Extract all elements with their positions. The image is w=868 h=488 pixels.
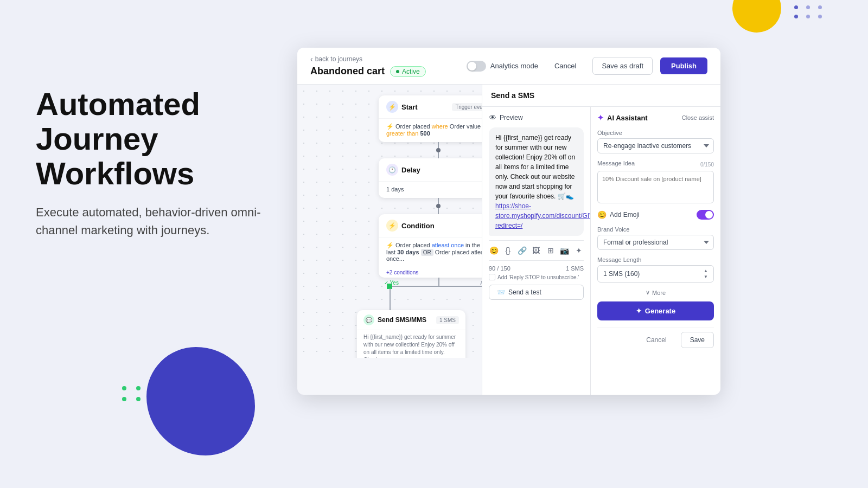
analytics-mode-toggle[interactable]: Analytics mode (467, 61, 538, 72)
hero-title: Automated Journey Workflows (36, 87, 269, 190)
generate-button[interactable]: ✦ Generate (597, 301, 714, 320)
more-toolbar-icon[interactable]: ✦ (574, 244, 584, 257)
bg-decoration-circle (732, 0, 781, 33)
bg-green-dot (136, 397, 141, 401)
connector-1 (373, 142, 482, 158)
link-toolbar-icon[interactable]: 🔗 (517, 244, 527, 257)
emoji-toolbar-icon[interactable]: 😊 (489, 244, 499, 257)
add-emoji-toggle[interactable] (697, 210, 714, 220)
sms-preview-pane: 👁 Preview Hi {{first_name}} get ready fo… (482, 107, 591, 395)
add-emoji-label: 😊 Add Emoji (597, 210, 640, 219)
conditions-more[interactable]: +2 conditions (379, 267, 482, 278)
sms-opt-out: Add 'Reply STOP to unsubscribe.' (489, 274, 584, 280)
branch-yes-line (390, 288, 391, 310)
objective-select[interactable]: Re-engage inactive customers (597, 138, 714, 153)
connector-dot (436, 148, 441, 152)
delay-label: Delay (401, 166, 420, 174)
message-idea-textarea[interactable] (597, 171, 714, 203)
app-header: back to journeys Abandoned cart Active A… (297, 48, 720, 85)
delay-node-header: 🕐 Delay (379, 158, 482, 182)
ai-save-button[interactable]: Save (681, 332, 714, 348)
sms-mms-node[interactable]: 💬 Send SMS/MMS 1 SMS Hi {{first_name}} g… (357, 310, 465, 358)
two-pane: 👁 Preview Hi {{first_name}} get ready fo… (482, 107, 720, 395)
toggle-on-knob (705, 211, 713, 219)
start-node[interactable]: ⚡ Start Trigger event ⚡ Order placed whe… (379, 95, 482, 142)
message-idea-header: Message Idea 0/150 (597, 160, 714, 169)
send-test-button[interactable]: 📨 Send a test (489, 285, 584, 300)
add-emoji-text: Add Emoji (610, 211, 640, 219)
back-to-journeys-link[interactable]: back to journeys (310, 55, 426, 63)
sms-toolbar: 😊 {} 🔗 🖼 ⊞ 📷 ✦ (489, 240, 584, 261)
stepper-down[interactable]: ▼ (704, 274, 708, 279)
message-length-control[interactable]: 1 SMS (160) ▲ ▼ (597, 265, 714, 282)
preview-text: Preview (500, 114, 523, 121)
delay-node[interactable]: 🕐 Delay 1 days (379, 158, 482, 198)
generate-star-icon: ✦ (636, 307, 642, 315)
more-options-link[interactable]: ∨ More (597, 289, 714, 296)
status-label: Active (402, 68, 420, 75)
stepper-up[interactable]: ▲ (704, 268, 708, 273)
message-length-value: 1 SMS (160) (603, 270, 640, 278)
start-node-header: ⚡ Start Trigger event (379, 95, 482, 119)
photo-toolbar-icon[interactable]: 📷 (560, 244, 570, 257)
condition-node[interactable]: ⚡ Condition ⚡ Order placed atleast once … (379, 214, 482, 278)
ai-cancel-button[interactable]: Cancel (637, 332, 675, 348)
bg-green-dot (136, 386, 141, 390)
bg-dot (806, 15, 810, 18)
code-toolbar-icon[interactable]: {} (503, 244, 513, 257)
journey-title: Abandoned cart (310, 66, 385, 77)
brand-voice-select[interactable]: Formal or professional (597, 235, 714, 250)
send-sms-title-bar: Send a SMS (482, 85, 720, 107)
sms-preview-bubble: Hi {{first_name}} get ready for summer w… (489, 127, 584, 236)
publish-button[interactable]: Publish (660, 57, 707, 74)
send-test-icon: 📨 (497, 288, 505, 296)
message-length-label: Message Length (597, 256, 714, 263)
send-test-label: Send a test (508, 288, 541, 296)
delay-body: 1 days (379, 182, 482, 198)
stepper-icons[interactable]: ▲ ▼ (704, 268, 708, 279)
sms-link[interactable]: https://shoe-store.myshopify.com/discoun… (495, 202, 591, 229)
more-label: More (652, 290, 666, 296)
connector-2 (373, 198, 482, 214)
branch-container: ✓ Yes ✗ No (373, 278, 482, 310)
toggle-knob (468, 62, 476, 70)
connector-dot-2 (436, 204, 441, 208)
send-sms-title: Send a SMS (491, 91, 534, 100)
bg-dot (794, 5, 798, 9)
bg-green-dot (122, 386, 126, 390)
header-right: Analytics mode Cancel Save as draft Publ… (467, 57, 707, 75)
bg-decoration-blob (146, 347, 255, 455)
sms-node-label: Send SMS/MMS (378, 316, 426, 324)
emoji-purple-icon: 😊 (597, 210, 607, 219)
ai-title-text: AI Assistant (607, 114, 648, 122)
journey-nodes: ⚡ Start Trigger event ⚡ Order placed whe… (373, 95, 482, 358)
ai-title: ✦ AI Assistant (597, 113, 648, 122)
condition-icon: ⚡ (386, 220, 398, 232)
opt-out-label: Add 'Reply STOP to unsubscribe.' (497, 274, 579, 280)
toggle-switch[interactable] (467, 61, 486, 72)
delay-node-label: 🕐 Delay (386, 164, 420, 176)
bg-decoration-dots (794, 5, 825, 18)
app-window: back to journeys Abandoned cart Active A… (297, 48, 720, 395)
opt-out-checkbox[interactable] (489, 274, 495, 280)
header-title-row: Abandoned cart Active (310, 66, 426, 77)
message-char-limit: 0/150 (700, 162, 714, 168)
save-draft-button[interactable]: Save as draft (592, 57, 653, 75)
start-icon: ⚡ (386, 101, 398, 113)
close-assist-button[interactable]: Close assist (682, 114, 714, 121)
analytics-mode-label: Analytics mode (490, 62, 538, 70)
start-badge: Trigger event (452, 103, 482, 111)
journey-canvas: ⚡ Start Trigger event ⚡ Order placed whe… (297, 85, 482, 358)
char-count: 90 / 150 (489, 265, 510, 272)
image-toolbar-icon[interactable]: 🖼 (531, 244, 541, 257)
sms-node-badge: 1 SMS (436, 316, 459, 324)
bg-dot (818, 15, 822, 18)
panel-footer-actions: Cancel Save (597, 327, 714, 348)
table-toolbar-icon[interactable]: ⊞ (546, 244, 556, 257)
ai-star-icon: ✦ (597, 113, 604, 122)
bg-dot (818, 5, 822, 9)
header-left: back to journeys Abandoned cart Active (310, 55, 426, 77)
start-body: ⚡ Order placed where Order value is grea… (379, 119, 482, 142)
condition-node-header: ⚡ Condition (379, 214, 482, 237)
cancel-button[interactable]: Cancel (546, 57, 585, 74)
